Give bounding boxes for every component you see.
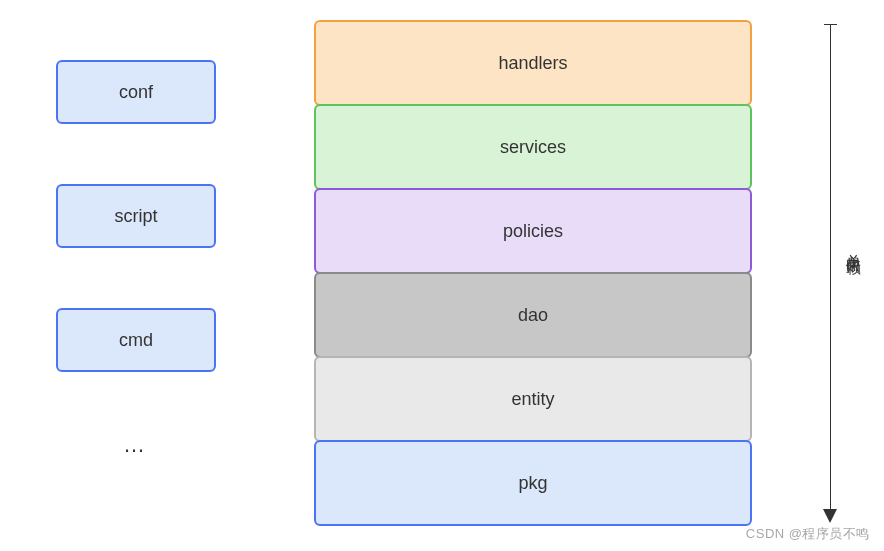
layer-dao: dao <box>314 272 752 358</box>
layer-stack: handlers services policies dao entity pk… <box>314 20 752 524</box>
left-column: conf script cmd … <box>56 60 216 458</box>
box-script: script <box>56 184 216 248</box>
arrow-line <box>830 24 831 514</box>
box-cmd: cmd <box>56 308 216 372</box>
arrow-label: 单向依赖 <box>844 242 863 250</box>
ellipsis-text: … <box>56 432 216 458</box>
layer-services: services <box>314 104 752 190</box>
box-cmd-label: cmd <box>119 330 153 351</box>
watermark-text: CSDN @程序员不鸣 <box>746 525 870 543</box>
diagram-canvas: conf script cmd … handlers services poli… <box>0 0 884 551</box>
arrow-head-icon <box>823 509 837 523</box>
layer-handlers: handlers <box>314 20 752 106</box>
dependency-arrow: 单向依赖 <box>820 24 860 524</box>
layer-dao-label: dao <box>518 305 548 326</box>
layer-entity-label: entity <box>511 389 554 410</box>
box-conf-label: conf <box>119 82 153 103</box>
layer-policies: policies <box>314 188 752 274</box>
layer-pkg: pkg <box>314 440 752 526</box>
layer-services-label: services <box>500 137 566 158</box>
layer-handlers-label: handlers <box>498 53 567 74</box>
layer-pkg-label: pkg <box>518 473 547 494</box>
layer-entity: entity <box>314 356 752 442</box>
box-conf: conf <box>56 60 216 124</box>
layer-policies-label: policies <box>503 221 563 242</box>
box-script-label: script <box>114 206 157 227</box>
